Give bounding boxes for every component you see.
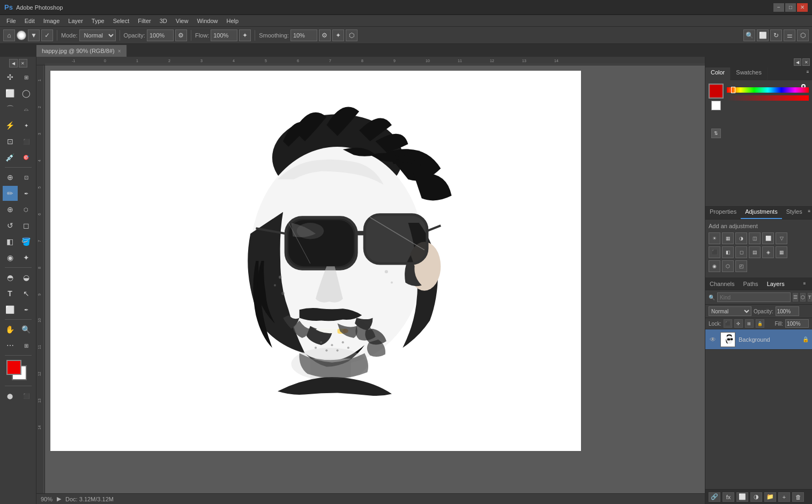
- titlebar-controls[interactable]: − □ ✕: [773, 3, 808, 12]
- layers-search-input[interactable]: [717, 292, 791, 302]
- lock-move-button[interactable]: ✣: [734, 319, 743, 328]
- text-tool[interactable]: T: [3, 286, 18, 301]
- opacity-input[interactable]: [147, 29, 174, 41]
- extra-tools-button[interactable]: ⋯: [3, 338, 18, 353]
- color-panel-menu-button[interactable]: ≡: [803, 67, 812, 76]
- menu-select[interactable]: Select: [109, 17, 134, 25]
- toolbox-options-button[interactable]: ✕: [19, 59, 27, 67]
- ellipse-select-tool[interactable]: ◯: [19, 86, 34, 101]
- eraser-tool[interactable]: ◻: [19, 218, 34, 233]
- tab-adjustments[interactable]: Adjustments: [741, 207, 782, 219]
- new-layer-button[interactable]: +: [778, 492, 790, 502]
- move-tool[interactable]: ✣: [3, 70, 18, 85]
- toolbox-collapse-button[interactable]: ◀: [9, 59, 18, 67]
- layer-visibility-button[interactable]: 👁: [709, 335, 717, 344]
- layer-item-background[interactable]: 👁 Background 🔒: [705, 329, 812, 350]
- color-hue-bar[interactable]: [727, 87, 809, 93]
- history-brush-tool[interactable]: ↺: [3, 218, 18, 233]
- tab-layers[interactable]: Layers: [763, 279, 789, 289]
- lock-pixels-button[interactable]: ⬛: [724, 319, 732, 328]
- delete-layer-button[interactable]: 🗑: [792, 492, 804, 502]
- sharpen-tool[interactable]: ✦: [19, 250, 34, 265]
- patch-tool[interactable]: ⊡: [19, 170, 34, 185]
- status-expand-button[interactable]: ▶: [57, 495, 61, 502]
- panel-expand-left-button[interactable]: ◀: [794, 58, 801, 66]
- rect-select-tool[interactable]: ⬜: [3, 86, 18, 101]
- tab-close-button[interactable]: ×: [118, 48, 121, 54]
- extra-button1[interactable]: ⚌: [784, 29, 795, 41]
- menu-3d[interactable]: 3D: [155, 17, 172, 25]
- extra-button2[interactable]: ⬡: [797, 29, 809, 41]
- flow-airbrush-button[interactable]: ✦: [239, 29, 251, 41]
- brush-toggle-button[interactable]: ✓: [41, 29, 53, 41]
- crop-tool[interactable]: ⊡: [3, 134, 18, 149]
- fg-color-swatch[interactable]: [709, 84, 724, 99]
- bw-adj-button[interactable]: ◧: [722, 246, 734, 258]
- tab-channels[interactable]: Channels: [705, 279, 739, 289]
- layers-opacity-input[interactable]: [776, 306, 799, 316]
- lasso-tool[interactable]: ⌒: [3, 102, 18, 117]
- brush-preview[interactable]: [17, 31, 26, 40]
- rect-shape-tool[interactable]: ⬜: [3, 302, 18, 317]
- colorlookup-adj-button[interactable]: ◈: [762, 246, 774, 258]
- menu-file[interactable]: File: [2, 17, 20, 25]
- gradient-tool[interactable]: ◧: [3, 234, 18, 249]
- poly-lasso-tool[interactable]: ⌓: [19, 102, 34, 117]
- document-tab[interactable]: happy.jpg @ 90% (RGB/8#) ×: [36, 45, 127, 57]
- panel-collapse-button[interactable]: ✕: [802, 58, 810, 66]
- tab-swatches[interactable]: Swatches: [731, 67, 768, 80]
- threshold-adj-button[interactable]: ⬡: [722, 260, 734, 272]
- minimize-button[interactable]: −: [773, 3, 784, 12]
- link-layers-button[interactable]: 🔗: [709, 492, 720, 502]
- rotate-view-button[interactable]: ↻: [770, 29, 782, 41]
- adj-panel-menu-button[interactable]: ≡: [807, 207, 812, 215]
- tab-paths[interactable]: Paths: [739, 279, 762, 289]
- foreground-color-swatch[interactable]: [6, 360, 21, 375]
- menu-image[interactable]: Image: [39, 17, 64, 25]
- paint-bucket-tool[interactable]: 🪣: [19, 234, 34, 249]
- color-swatches[interactable]: [6, 360, 30, 383]
- blur-tool[interactable]: ◉: [3, 250, 18, 265]
- brush-tool[interactable]: ✏: [3, 186, 18, 201]
- levels-adj-button[interactable]: ▦: [722, 232, 734, 244]
- layer-pixel-filter-button[interactable]: ⬡: [800, 293, 806, 302]
- magic-wand-tool[interactable]: ⚡: [3, 118, 18, 133]
- menu-window[interactable]: Window: [192, 17, 222, 25]
- menu-layer[interactable]: Layer: [64, 17, 87, 25]
- channelmixer-adj-button[interactable]: ▤: [749, 246, 761, 258]
- pattern-stamp-tool[interactable]: ⬡: [19, 202, 34, 217]
- layer-artboard-filter-button[interactable]: T: [808, 293, 812, 302]
- pen-tool[interactable]: ✒: [19, 302, 34, 317]
- fill-input[interactable]: [785, 319, 809, 328]
- curves-adj-button[interactable]: ◑: [735, 232, 747, 244]
- opacity-settings-button[interactable]: ⚙: [175, 29, 187, 41]
- burn-tool[interactable]: ◒: [19, 270, 34, 285]
- colorbalance-adj-button[interactable]: ⬛: [709, 246, 720, 258]
- hand-tool[interactable]: ✋: [3, 322, 18, 337]
- tab-color[interactable]: Color: [705, 67, 731, 80]
- mode-select[interactable]: Normal Multiply Screen: [79, 29, 116, 41]
- screen-mode-button[interactable]: ⬛: [19, 388, 34, 403]
- perspective-crop-tool[interactable]: ⬛: [19, 134, 34, 149]
- tab-styles[interactable]: Styles: [782, 207, 807, 219]
- menu-filter[interactable]: Filter: [133, 17, 155, 25]
- dodge-tool[interactable]: ◓: [3, 270, 18, 285]
- clone-stamp-tool[interactable]: ⊕: [3, 202, 18, 217]
- smoothing-settings-button[interactable]: ⚙: [319, 29, 331, 41]
- heal-tool[interactable]: ⊕: [3, 170, 18, 185]
- invert-adj-button[interactable]: ▦: [776, 246, 787, 258]
- new-group-button[interactable]: 📁: [764, 492, 776, 502]
- hsl-adj-button[interactable]: ▽: [776, 232, 787, 244]
- layers-panel-menu-button[interactable]: ≡: [800, 280, 809, 288]
- pressure-button[interactable]: ⬡: [346, 29, 357, 41]
- smoothing-input[interactable]: [290, 29, 317, 41]
- home-button[interactable]: ⌂: [3, 29, 15, 41]
- layer-type-filter-button[interactable]: ☰: [793, 293, 798, 302]
- quick-select-tool[interactable]: ✦: [19, 118, 34, 133]
- path-select-tool[interactable]: ↖: [19, 286, 34, 301]
- quick-mask-button[interactable]: ⬤: [3, 388, 18, 403]
- posterize-adj-button[interactable]: ◉: [709, 260, 720, 272]
- menu-help[interactable]: Help: [222, 17, 243, 25]
- lock-all-button[interactable]: 🔒: [756, 319, 764, 328]
- close-button[interactable]: ✕: [797, 3, 808, 12]
